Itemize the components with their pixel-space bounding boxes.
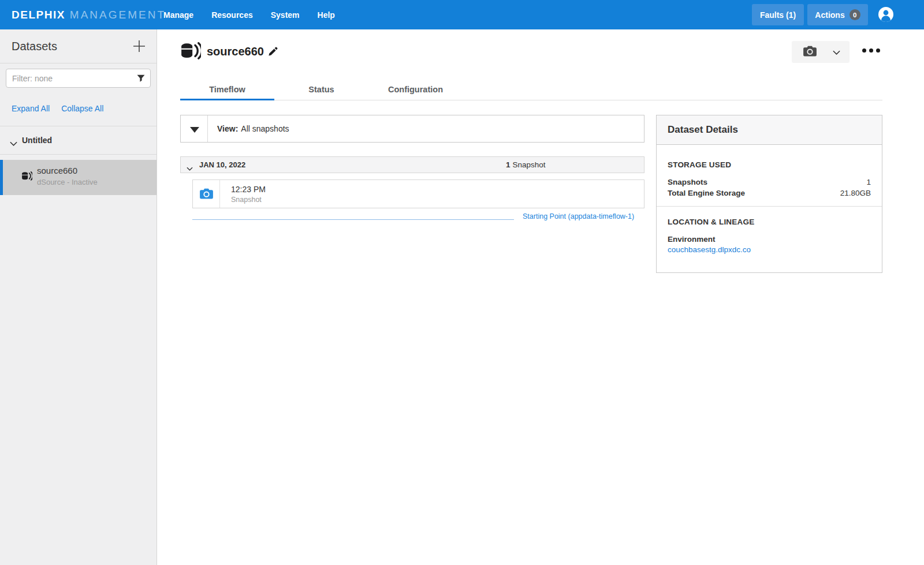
add-dataset-button[interactable] xyxy=(132,39,146,53)
view-selection[interactable]: View:All snapshots xyxy=(217,115,289,142)
sidebar-header: Datasets xyxy=(0,29,157,63)
storage-rows: Snapshots 1 Total Engine Storage 21.80GB xyxy=(668,177,871,199)
timeflow-line xyxy=(192,219,514,220)
menu-system[interactable]: System xyxy=(271,10,300,20)
triangle-down-icon xyxy=(190,127,199,133)
actions-button[interactable]: Actions 0 xyxy=(807,4,868,25)
row-label: Total Engine Storage xyxy=(668,188,745,199)
brand-secondary: MANAGEMENT xyxy=(70,9,166,21)
tab-timeflow[interactable]: Timeflow xyxy=(180,79,274,100)
actions-label: Actions xyxy=(815,10,844,20)
storage-used-heading: STORAGE USED xyxy=(668,160,871,169)
environment-link[interactable]: couchbasestg.dlpxdc.co xyxy=(668,245,871,254)
tab-status[interactable]: Status xyxy=(274,79,368,100)
snapshot-day-header[interactable]: JAN 10, 2022 1Snapshot xyxy=(180,156,644,173)
camera-icon xyxy=(803,46,817,58)
snapshot-time: 12:23 PM xyxy=(231,185,266,194)
details-divider xyxy=(657,206,882,207)
expand-all-link[interactable]: Expand All xyxy=(12,104,50,113)
details-panel-body: STORAGE USED Snapshots 1 Total Engine St… xyxy=(657,160,882,254)
sidebar-title: Datasets xyxy=(12,29,57,63)
row-value: 1 xyxy=(866,177,871,188)
edit-name-pencil-icon[interactable] xyxy=(268,47,278,59)
top-navigation-bar: DELPHIX MANAGEMENT Manage Resources Syst… xyxy=(0,0,924,29)
faults-label: Faults (1) xyxy=(760,10,796,20)
menu-help[interactable]: Help xyxy=(318,10,335,20)
top-menu: Manage Resources System Help xyxy=(163,0,335,29)
view-label: View: xyxy=(217,124,238,133)
snapshot-row[interactable]: 12:23 PM Snapshot xyxy=(192,179,644,208)
chevron-down-icon xyxy=(833,48,840,57)
details-panel-title: Dataset Details xyxy=(657,115,882,145)
row-label: Snapshots xyxy=(668,177,707,188)
tab-configuration[interactable]: Configuration xyxy=(368,79,463,100)
actions-badge: 0 xyxy=(850,9,860,20)
snapshot-camera-dropdown-button[interactable] xyxy=(792,41,850,63)
brand-primary: DELPHIX xyxy=(12,9,65,21)
sidebar-group-untitled[interactable]: Untitled xyxy=(0,126,157,155)
dataset-name: source660 xyxy=(37,166,77,175)
filter-field xyxy=(6,69,151,88)
delphix-logo: DELPHIX MANAGEMENT xyxy=(12,0,166,29)
app-screen: DELPHIX MANAGEMENT Manage Resources Syst… xyxy=(0,0,924,565)
row-value: 21.80GB xyxy=(840,188,871,199)
menu-resources[interactable]: Resources xyxy=(211,10,253,20)
day-date: JAN 10, 2022 xyxy=(199,157,245,173)
page-title: source660 xyxy=(207,45,264,58)
datasets-sidebar: Datasets Expand All Collapse All Untitle… xyxy=(0,29,157,565)
filter-input[interactable] xyxy=(6,69,150,87)
snapshot-camera-icon xyxy=(200,188,213,201)
dataset-details-panel: Dataset Details STORAGE USED Snapshots 1… xyxy=(656,115,882,273)
menu-manage[interactable]: Manage xyxy=(163,10,193,20)
faults-button[interactable]: Faults (1) xyxy=(752,4,804,25)
selected-indicator xyxy=(0,160,3,195)
dsource-icon xyxy=(21,171,32,184)
dataset-status: dSource - Inactive xyxy=(37,178,98,186)
storage-row-snapshots: Snapshots 1 xyxy=(668,177,871,188)
location-lineage-heading: LOCATION & LINEAGE xyxy=(668,218,871,226)
day-snapshot-count: 1Snapshot xyxy=(506,157,546,173)
view-value: All snapshots xyxy=(241,124,289,133)
environment-label: Environment xyxy=(668,235,871,244)
user-avatar-icon[interactable] xyxy=(878,7,893,22)
view-dropdown-toggle[interactable] xyxy=(181,115,208,142)
snapshot-icon-cell xyxy=(193,180,220,208)
dsource-icon-large xyxy=(180,42,201,63)
snapshot-type: Snapshot xyxy=(231,196,262,204)
chevron-down-icon xyxy=(187,163,193,173)
storage-row-total-engine-storage: Total Engine Storage 21.80GB xyxy=(668,188,871,199)
more-options-ellipsis-icon[interactable] xyxy=(862,48,880,53)
filter-funnel-icon[interactable] xyxy=(137,74,145,85)
starting-point-link[interactable]: Starting Point (appdata-timeflow-1) xyxy=(523,212,634,220)
sidebar-item-source660[interactable]: source660 dSource - Inactive xyxy=(0,160,157,195)
group-label: Untitled xyxy=(22,126,52,155)
collapse-all-link[interactable]: Collapse All xyxy=(61,104,103,113)
main-content: source660 Timeflow Status Configuration xyxy=(157,29,924,565)
view-selector: View:All snapshots xyxy=(180,115,644,143)
sidebar-tree-controls: Expand All Collapse All xyxy=(12,104,103,113)
chevron-down-icon xyxy=(10,138,17,148)
tab-bar: Timeflow Status Configuration xyxy=(180,79,882,100)
